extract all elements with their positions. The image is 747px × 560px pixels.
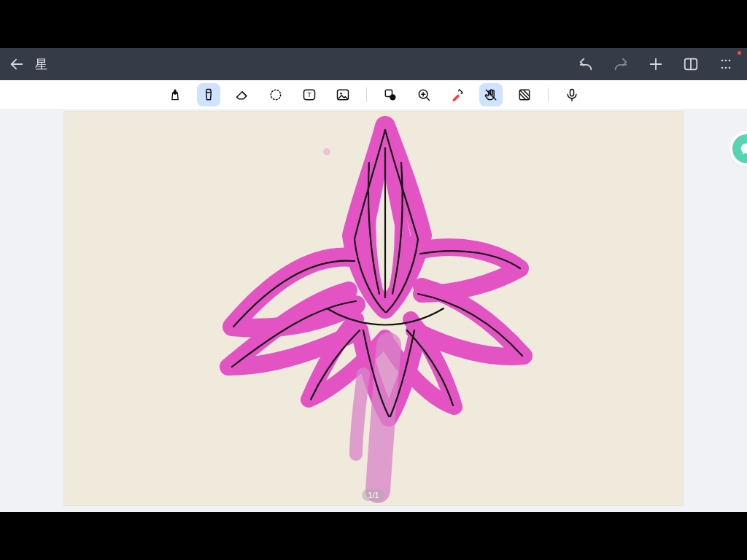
hand-off-icon bbox=[484, 88, 498, 102]
highlighter-icon bbox=[201, 88, 216, 102]
toolbar-separator bbox=[548, 88, 549, 102]
texture-icon bbox=[517, 88, 532, 102]
svg-point-6 bbox=[725, 60, 727, 62]
svg-line-12 bbox=[242, 92, 247, 96]
undo-button[interactable] bbox=[575, 53, 597, 75]
canvas-area[interactable]: 1/1 bbox=[0, 110, 747, 512]
mic-tool[interactable] bbox=[560, 83, 584, 106]
svg-line-23 bbox=[427, 98, 430, 101]
text-tool[interactable]: T bbox=[298, 83, 321, 106]
svg-point-19 bbox=[390, 94, 395, 100]
svg-point-10 bbox=[729, 67, 731, 69]
svg-rect-29 bbox=[570, 90, 574, 96]
toolbar-separator bbox=[366, 88, 367, 102]
lasso-icon bbox=[268, 88, 283, 102]
redo-icon bbox=[613, 56, 629, 72]
highlighter-tool[interactable] bbox=[197, 83, 220, 106]
page[interactable]: 1/1 bbox=[64, 112, 683, 505]
document-title: 星 bbox=[35, 56, 47, 73]
pen-tool[interactable] bbox=[163, 83, 187, 106]
zoom-in-icon bbox=[417, 88, 431, 102]
add-button[interactable] bbox=[645, 53, 667, 75]
image-icon bbox=[336, 88, 350, 102]
svg-point-31 bbox=[323, 148, 330, 155]
svg-point-17 bbox=[340, 93, 342, 94]
text-box-icon: T bbox=[302, 88, 317, 102]
letterbox-top bbox=[0, 0, 747, 48]
grid-dots-icon bbox=[719, 57, 733, 71]
laser-tool[interactable] bbox=[446, 83, 469, 106]
zoom-tool[interactable] bbox=[412, 83, 436, 106]
svg-point-8 bbox=[721, 67, 724, 69]
more-menu-button[interactable] bbox=[715, 53, 737, 75]
arrow-left-icon bbox=[9, 56, 25, 72]
shapes-tool[interactable] bbox=[379, 83, 402, 106]
image-tool[interactable] bbox=[331, 83, 355, 106]
page-indicator: 1/1 bbox=[362, 489, 384, 501]
eraser-icon bbox=[235, 88, 249, 102]
app-window: 星 bbox=[0, 48, 747, 512]
back-button[interactable] bbox=[6, 53, 28, 75]
notification-dot-icon bbox=[738, 51, 741, 55]
microphone-icon bbox=[565, 88, 579, 102]
panel-split-icon bbox=[683, 56, 699, 72]
chat-bubble-icon bbox=[740, 141, 747, 156]
svg-text:T: T bbox=[307, 91, 311, 98]
svg-point-7 bbox=[729, 60, 731, 62]
plus-icon bbox=[648, 56, 664, 72]
laser-pointer-icon bbox=[450, 88, 465, 102]
panels-button[interactable] bbox=[680, 53, 702, 75]
shapes-icon bbox=[383, 88, 398, 102]
letterbox-bottom bbox=[0, 512, 747, 560]
undo-icon bbox=[578, 56, 594, 72]
texture-tool[interactable] bbox=[513, 83, 536, 106]
eraser-tool[interactable] bbox=[231, 83, 254, 106]
svg-point-13 bbox=[271, 90, 280, 99]
touch-lock-tool[interactable] bbox=[479, 83, 503, 106]
titlebar: 星 bbox=[0, 48, 747, 80]
pen-nib-icon bbox=[168, 88, 182, 102]
redo-button[interactable] bbox=[610, 53, 632, 75]
svg-point-9 bbox=[725, 67, 727, 69]
svg-point-5 bbox=[721, 60, 724, 62]
user-drawing bbox=[64, 112, 683, 505]
toolbar: T bbox=[0, 80, 747, 110]
lasso-tool[interactable] bbox=[264, 83, 287, 106]
